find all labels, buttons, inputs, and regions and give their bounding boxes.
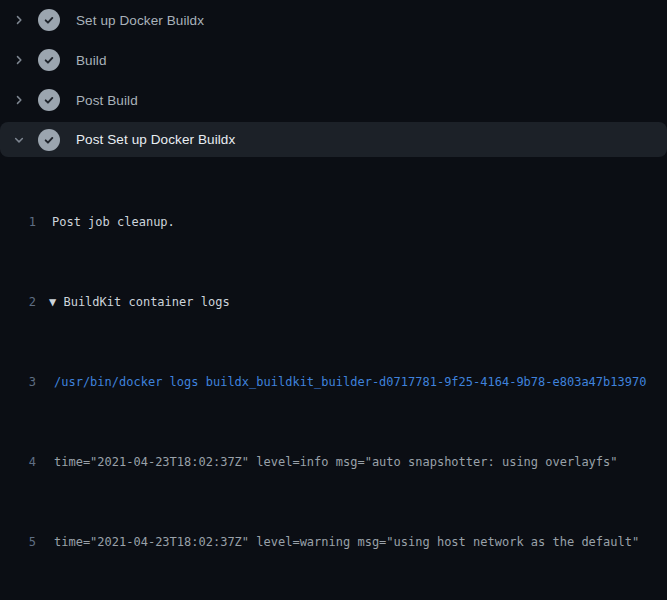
log-line-text: time="2021-04-23T18:02:37Z" level=warnin… [54, 532, 639, 552]
actions-log-panel: Set up Docker Buildx Build Post Build Po… [0, 0, 667, 600]
chevron-right-icon [12, 53, 26, 67]
chevron-right-icon [12, 13, 26, 27]
check-circle-icon [38, 49, 60, 71]
log-line-number[interactable]: 2 [0, 292, 36, 312]
step-row-build[interactable]: Build [0, 40, 667, 80]
check-circle-icon [38, 9, 60, 31]
step-label: Post Build [76, 93, 138, 108]
log-line-text: /usr/bin/docker logs buildx_buildkit_bui… [54, 372, 646, 392]
step-label: Build [76, 53, 107, 68]
log-line-text: Post job cleanup. [52, 212, 175, 232]
log-line: 5 time="2021-04-23T18:02:37Z" level=warn… [0, 532, 667, 552]
check-circle-icon [38, 89, 60, 111]
step-row-post-set-up-docker-buildx[interactable]: Post Set up Docker Buildx [0, 122, 667, 157]
chevron-right-icon [12, 93, 26, 107]
log-line: 4 time="2021-04-23T18:02:37Z" level=info… [0, 452, 667, 472]
log-line-number[interactable]: 3 [0, 372, 36, 392]
log-line-number[interactable]: 1 [0, 212, 36, 232]
step-label: Post Set up Docker Buildx [76, 132, 235, 147]
step-list: Set up Docker Buildx Build Post Build Po… [0, 0, 667, 157]
step-label: Set up Docker Buildx [76, 13, 204, 28]
log-line-text: ▼ BuildKit container logs [49, 292, 230, 312]
log-group-header[interactable]: 2 ▼ BuildKit container logs [0, 292, 667, 312]
log-line-number[interactable]: 4 [0, 452, 36, 472]
check-circle-icon [38, 129, 60, 151]
log-line: 3 /usr/bin/docker logs buildx_buildkit_b… [0, 372, 667, 392]
chevron-down-icon [12, 133, 26, 147]
log-line: 1 Post job cleanup. [0, 212, 667, 232]
log-viewer: 1 Post job cleanup. 2 ▼ BuildKit contain… [0, 157, 667, 600]
log-line-number[interactable]: 5 [0, 532, 36, 552]
log-line-text: time="2021-04-23T18:02:37Z" level=info m… [54, 452, 618, 472]
step-row-post-build[interactable]: Post Build [0, 80, 667, 120]
step-row-set-up-docker-buildx[interactable]: Set up Docker Buildx [0, 0, 667, 40]
